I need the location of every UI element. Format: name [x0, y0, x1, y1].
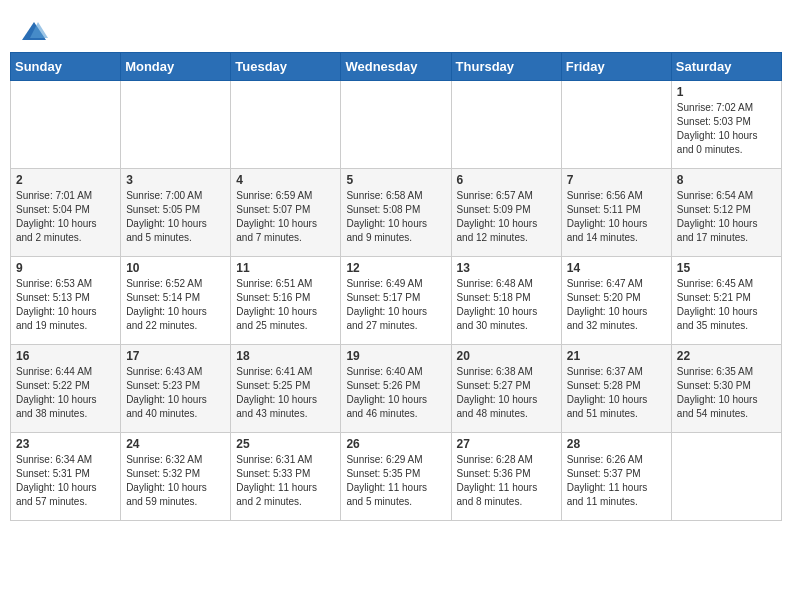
day-info: Sunrise: 6:35 AM Sunset: 5:30 PM Dayligh…: [677, 365, 776, 421]
weekday-header: Saturday: [671, 53, 781, 81]
calendar-cell: 14Sunrise: 6:47 AM Sunset: 5:20 PM Dayli…: [561, 257, 671, 345]
day-info: Sunrise: 6:57 AM Sunset: 5:09 PM Dayligh…: [457, 189, 556, 245]
page-header: [10, 10, 782, 52]
day-number: 11: [236, 261, 335, 275]
calendar-cell: [11, 81, 121, 169]
day-number: 20: [457, 349, 556, 363]
day-info: Sunrise: 6:32 AM Sunset: 5:32 PM Dayligh…: [126, 453, 225, 509]
calendar-week-row: 1Sunrise: 7:02 AM Sunset: 5:03 PM Daylig…: [11, 81, 782, 169]
calendar-cell: 6Sunrise: 6:57 AM Sunset: 5:09 PM Daylig…: [451, 169, 561, 257]
calendar-cell: 15Sunrise: 6:45 AM Sunset: 5:21 PM Dayli…: [671, 257, 781, 345]
weekday-header: Friday: [561, 53, 671, 81]
weekday-header: Tuesday: [231, 53, 341, 81]
calendar-cell: [341, 81, 451, 169]
calendar-cell: 20Sunrise: 6:38 AM Sunset: 5:27 PM Dayli…: [451, 345, 561, 433]
day-info: Sunrise: 6:53 AM Sunset: 5:13 PM Dayligh…: [16, 277, 115, 333]
day-number: 25: [236, 437, 335, 451]
day-number: 13: [457, 261, 556, 275]
day-number: 23: [16, 437, 115, 451]
calendar-cell: 24Sunrise: 6:32 AM Sunset: 5:32 PM Dayli…: [121, 433, 231, 521]
calendar-cell: 7Sunrise: 6:56 AM Sunset: 5:11 PM Daylig…: [561, 169, 671, 257]
weekday-header: Sunday: [11, 53, 121, 81]
calendar-cell: 5Sunrise: 6:58 AM Sunset: 5:08 PM Daylig…: [341, 169, 451, 257]
weekday-header: Monday: [121, 53, 231, 81]
day-number: 2: [16, 173, 115, 187]
day-info: Sunrise: 6:44 AM Sunset: 5:22 PM Dayligh…: [16, 365, 115, 421]
day-number: 5: [346, 173, 445, 187]
day-info: Sunrise: 6:28 AM Sunset: 5:36 PM Dayligh…: [457, 453, 556, 509]
day-number: 22: [677, 349, 776, 363]
day-info: Sunrise: 7:02 AM Sunset: 5:03 PM Dayligh…: [677, 101, 776, 157]
day-number: 16: [16, 349, 115, 363]
day-number: 12: [346, 261, 445, 275]
weekday-header: Thursday: [451, 53, 561, 81]
calendar-cell: [671, 433, 781, 521]
day-info: Sunrise: 6:29 AM Sunset: 5:35 PM Dayligh…: [346, 453, 445, 509]
day-info: Sunrise: 6:51 AM Sunset: 5:16 PM Dayligh…: [236, 277, 335, 333]
calendar-cell: 23Sunrise: 6:34 AM Sunset: 5:31 PM Dayli…: [11, 433, 121, 521]
calendar-cell: 16Sunrise: 6:44 AM Sunset: 5:22 PM Dayli…: [11, 345, 121, 433]
calendar-cell: [121, 81, 231, 169]
day-info: Sunrise: 6:34 AM Sunset: 5:31 PM Dayligh…: [16, 453, 115, 509]
logo-icon: [20, 18, 48, 46]
calendar-cell: 25Sunrise: 6:31 AM Sunset: 5:33 PM Dayli…: [231, 433, 341, 521]
day-number: 14: [567, 261, 666, 275]
calendar-cell: 22Sunrise: 6:35 AM Sunset: 5:30 PM Dayli…: [671, 345, 781, 433]
day-number: 28: [567, 437, 666, 451]
day-info: Sunrise: 6:43 AM Sunset: 5:23 PM Dayligh…: [126, 365, 225, 421]
day-info: Sunrise: 6:58 AM Sunset: 5:08 PM Dayligh…: [346, 189, 445, 245]
day-info: Sunrise: 6:38 AM Sunset: 5:27 PM Dayligh…: [457, 365, 556, 421]
day-number: 17: [126, 349, 225, 363]
day-info: Sunrise: 7:00 AM Sunset: 5:05 PM Dayligh…: [126, 189, 225, 245]
calendar-week-row: 23Sunrise: 6:34 AM Sunset: 5:31 PM Dayli…: [11, 433, 782, 521]
calendar-cell: 12Sunrise: 6:49 AM Sunset: 5:17 PM Dayli…: [341, 257, 451, 345]
calendar-cell: 27Sunrise: 6:28 AM Sunset: 5:36 PM Dayli…: [451, 433, 561, 521]
day-number: 27: [457, 437, 556, 451]
day-info: Sunrise: 6:49 AM Sunset: 5:17 PM Dayligh…: [346, 277, 445, 333]
day-info: Sunrise: 6:40 AM Sunset: 5:26 PM Dayligh…: [346, 365, 445, 421]
calendar-cell: 8Sunrise: 6:54 AM Sunset: 5:12 PM Daylig…: [671, 169, 781, 257]
calendar-cell: 3Sunrise: 7:00 AM Sunset: 5:05 PM Daylig…: [121, 169, 231, 257]
day-info: Sunrise: 6:37 AM Sunset: 5:28 PM Dayligh…: [567, 365, 666, 421]
calendar-week-row: 16Sunrise: 6:44 AM Sunset: 5:22 PM Dayli…: [11, 345, 782, 433]
calendar-cell: [231, 81, 341, 169]
calendar-cell: [451, 81, 561, 169]
day-info: Sunrise: 6:54 AM Sunset: 5:12 PM Dayligh…: [677, 189, 776, 245]
day-number: 19: [346, 349, 445, 363]
calendar-cell: 4Sunrise: 6:59 AM Sunset: 5:07 PM Daylig…: [231, 169, 341, 257]
day-number: 7: [567, 173, 666, 187]
day-info: Sunrise: 6:56 AM Sunset: 5:11 PM Dayligh…: [567, 189, 666, 245]
calendar-week-row: 9Sunrise: 6:53 AM Sunset: 5:13 PM Daylig…: [11, 257, 782, 345]
logo: [20, 18, 52, 46]
day-number: 6: [457, 173, 556, 187]
calendar-cell: 10Sunrise: 6:52 AM Sunset: 5:14 PM Dayli…: [121, 257, 231, 345]
calendar-cell: 1Sunrise: 7:02 AM Sunset: 5:03 PM Daylig…: [671, 81, 781, 169]
day-info: Sunrise: 6:45 AM Sunset: 5:21 PM Dayligh…: [677, 277, 776, 333]
day-info: Sunrise: 6:48 AM Sunset: 5:18 PM Dayligh…: [457, 277, 556, 333]
day-number: 24: [126, 437, 225, 451]
day-info: Sunrise: 6:47 AM Sunset: 5:20 PM Dayligh…: [567, 277, 666, 333]
day-number: 1: [677, 85, 776, 99]
calendar-cell: 13Sunrise: 6:48 AM Sunset: 5:18 PM Dayli…: [451, 257, 561, 345]
day-number: 15: [677, 261, 776, 275]
calendar-table: SundayMondayTuesdayWednesdayThursdayFrid…: [10, 52, 782, 521]
day-info: Sunrise: 6:31 AM Sunset: 5:33 PM Dayligh…: [236, 453, 335, 509]
day-number: 8: [677, 173, 776, 187]
calendar-cell: 19Sunrise: 6:40 AM Sunset: 5:26 PM Dayli…: [341, 345, 451, 433]
calendar-cell: 9Sunrise: 6:53 AM Sunset: 5:13 PM Daylig…: [11, 257, 121, 345]
calendar-cell: 2Sunrise: 7:01 AM Sunset: 5:04 PM Daylig…: [11, 169, 121, 257]
calendar-cell: 28Sunrise: 6:26 AM Sunset: 5:37 PM Dayli…: [561, 433, 671, 521]
calendar-header-row: SundayMondayTuesdayWednesdayThursdayFrid…: [11, 53, 782, 81]
day-number: 10: [126, 261, 225, 275]
day-info: Sunrise: 6:59 AM Sunset: 5:07 PM Dayligh…: [236, 189, 335, 245]
calendar-cell: 21Sunrise: 6:37 AM Sunset: 5:28 PM Dayli…: [561, 345, 671, 433]
day-number: 21: [567, 349, 666, 363]
day-info: Sunrise: 6:41 AM Sunset: 5:25 PM Dayligh…: [236, 365, 335, 421]
day-info: Sunrise: 7:01 AM Sunset: 5:04 PM Dayligh…: [16, 189, 115, 245]
day-number: 4: [236, 173, 335, 187]
day-number: 9: [16, 261, 115, 275]
calendar-cell: 11Sunrise: 6:51 AM Sunset: 5:16 PM Dayli…: [231, 257, 341, 345]
calendar-cell: 26Sunrise: 6:29 AM Sunset: 5:35 PM Dayli…: [341, 433, 451, 521]
calendar-cell: 18Sunrise: 6:41 AM Sunset: 5:25 PM Dayli…: [231, 345, 341, 433]
calendar-week-row: 2Sunrise: 7:01 AM Sunset: 5:04 PM Daylig…: [11, 169, 782, 257]
